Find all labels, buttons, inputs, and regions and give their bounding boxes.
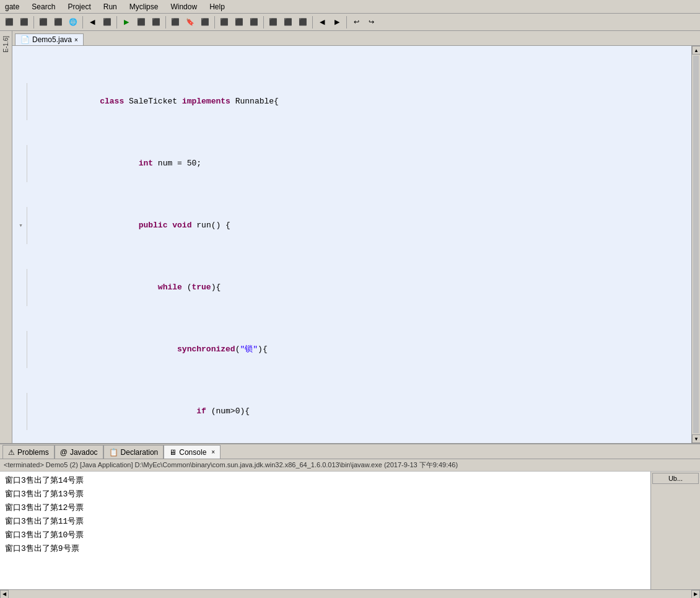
- tab-console-label: Console: [179, 448, 206, 457]
- menu-item-window[interactable]: Window: [168, 1, 199, 12]
- menu-item-help[interactable]: Help: [207, 1, 227, 12]
- tab-close-btn[interactable]: ×: [74, 37, 78, 43]
- tab-javadoc-label: Javadoc: [70, 448, 98, 457]
- toolbar-btn-8[interactable]: ⬛: [134, 15, 148, 29]
- tab-problems[interactable]: ⚠ Problems: [2, 445, 55, 459]
- bottom-panel: ⚠ Problems @ Javadoc 📋 Declaration 🖥 Con…: [0, 443, 700, 598]
- toolbar-btn-10[interactable]: ⬛: [168, 15, 182, 29]
- toolbar-sep-7: [312, 16, 313, 29]
- toolbar-sep-5: [214, 16, 215, 29]
- tab-declaration-icon: 📋: [109, 448, 118, 457]
- toolbar-sep-2: [82, 16, 83, 29]
- tab-console[interactable]: 🖥 Console ×: [164, 445, 221, 459]
- editor-tab-demo5[interactable]: 📄 Demo5.java ×: [15, 33, 84, 45]
- tab-bar: 📄 Demo5.java ×: [12, 31, 700, 46]
- gutter-2: [15, 145, 27, 182]
- tab-problems-label: Problems: [17, 448, 49, 457]
- gutter-1: [15, 83, 27, 120]
- console-line-2: 窗口3售出了第13号票: [5, 488, 645, 501]
- menu-item-gate[interactable]: gate: [2, 1, 22, 12]
- toolbar-btn-20[interactable]: ▶: [330, 15, 344, 29]
- code-line-2: int num = 50;: [15, 145, 691, 182]
- console-header: <terminated> Demo5 (2) [Java Application…: [0, 459, 700, 472]
- toolbar-btn-9[interactable]: ⬛: [149, 15, 163, 29]
- toolbar-btn-3[interactable]: ⬛: [37, 15, 50, 29]
- code-text-1: class SaleTicket implements Runnable{: [27, 83, 279, 120]
- tab-console-icon: 🖥: [169, 448, 177, 457]
- editor-area: E-1.6] 📄 Demo5.java × class: [0, 31, 700, 443]
- toolbar-btn-5[interactable]: 🌐: [66, 15, 80, 29]
- left-sidebar: E-1.6]: [0, 31, 12, 443]
- menu-item-myclipse[interactable]: Myclipse: [127, 1, 161, 12]
- tab-declaration[interactable]: 📋 Declaration: [103, 445, 164, 459]
- toolbar-btn-11[interactable]: 🔖: [183, 15, 197, 29]
- scroll-right-btn[interactable]: ▶: [691, 590, 700, 599]
- tab-javadoc-icon: @: [60, 448, 68, 457]
- toolbar-btn-12[interactable]: ⬛: [198, 15, 212, 29]
- code-line-5: synchronized("锁"){: [15, 331, 691, 368]
- toolbar-sep-6: [263, 16, 264, 29]
- toolbar-btn-21[interactable]: ↩: [349, 15, 363, 29]
- tab-console-close[interactable]: ×: [211, 449, 215, 455]
- code-line-1: class SaleTicket implements Runnable{: [15, 83, 691, 120]
- editor-scrollbar[interactable]: ▲ ▼: [691, 46, 700, 443]
- toolbar-btn-17[interactable]: ⬛: [281, 15, 295, 29]
- gutter-6: [15, 393, 27, 430]
- scroll-left-btn[interactable]: ◀: [0, 590, 9, 599]
- code-text-3: public void run() {: [27, 207, 230, 244]
- toolbar-btn-18[interactable]: ⬛: [296, 15, 310, 29]
- code-line-4: while (true){: [15, 269, 691, 306]
- toolbar-sep-8: [346, 16, 347, 29]
- console-line-5: 窗口3售出了第10号票: [5, 529, 645, 542]
- scroll-thumb[interactable]: [693, 56, 699, 433]
- toolbar-btn-16[interactable]: ⬛: [266, 15, 280, 29]
- toolbar-sep-1: [33, 16, 34, 29]
- menu-bar: gate Search Project Run Myclipse Window …: [0, 0, 700, 14]
- scroll-up-btn[interactable]: ▲: [692, 46, 700, 55]
- toolbar-btn-6[interactable]: ◀: [85, 15, 99, 29]
- menu-item-search[interactable]: Search: [29, 1, 58, 12]
- toolbar-btn-13[interactable]: ⬛: [217, 15, 231, 29]
- menu-item-run[interactable]: Run: [101, 1, 120, 12]
- h-scroll-track[interactable]: [9, 592, 691, 597]
- toolbar-sep-3: [116, 16, 117, 29]
- menu-item-project[interactable]: Project: [65, 1, 93, 12]
- tab-label: Demo5.java: [32, 35, 72, 44]
- bottom-scrollbar[interactable]: ◀ ▶: [0, 589, 700, 598]
- toolbar-btn-1[interactable]: ⬛: [2, 15, 16, 29]
- console-line-1: 窗口3售出了第14号票: [5, 474, 645, 488]
- code-content[interactable]: class SaleTicket implements Runnable{ in…: [12, 46, 691, 443]
- toolbar: ⬛ ⬛ ⬛ ⬛ 🌐 ◀ ⬛ ▶ ⬛ ⬛ ⬛ 🔖 ⬛ ⬛ ⬛ ⬛ ⬛ ⬛ ⬛ ◀ …: [0, 14, 700, 31]
- console-line-3: 窗口3售出了第12号票: [5, 501, 645, 515]
- toolbar-btn-19[interactable]: ◀: [315, 15, 329, 29]
- toolbar-btn-15[interactable]: ⬛: [247, 15, 261, 29]
- toolbar-btn-run[interactable]: ▶: [120, 15, 133, 29]
- code-text-2: int num = 50;: [27, 145, 201, 182]
- gutter-4: [15, 269, 27, 306]
- tab-declaration-label: Declaration: [121, 448, 159, 457]
- console-area: 窗口3售出了第14号票 窗口3售出了第13号票 窗口3售出了第12号票 窗口3售…: [0, 472, 700, 589]
- toolbar-btn-22[interactable]: ↪: [364, 15, 378, 29]
- gutter-3[interactable]: ▾: [15, 207, 27, 244]
- tab-javadoc[interactable]: @ Javadoc: [55, 445, 103, 459]
- console-output[interactable]: 窗口3售出了第14号票 窗口3售出了第13号票 窗口3售出了第12号票 窗口3售…: [0, 472, 650, 589]
- code-line-6: if (num>0){: [15, 393, 691, 430]
- console-line-4: 窗口3售出了第11号票: [5, 515, 645, 529]
- gutter-5: [15, 331, 27, 368]
- editor-wrapper: class SaleTicket implements Runnable{ in…: [12, 46, 700, 443]
- toolbar-btn-4[interactable]: ⬛: [51, 15, 65, 29]
- console-line-6: 窗口3售出了第9号票: [5, 542, 645, 556]
- tab-problems-icon: ⚠: [8, 448, 15, 457]
- toolbar-sep-4: [165, 16, 166, 29]
- toolbar-btn-7[interactable]: ⬛: [100, 15, 114, 29]
- console-header-text: <terminated> Demo5 (2) [Java Application…: [4, 461, 458, 468]
- main-container: E-1.6] 📄 Demo5.java × class: [0, 31, 700, 598]
- sidebar-label: E-1.6]: [2, 33, 9, 55]
- code-text-4: while (true){: [27, 269, 221, 306]
- toolbar-btn-14[interactable]: ⬛: [232, 15, 246, 29]
- scroll-down-btn[interactable]: ▼: [692, 434, 700, 443]
- code-text-5: synchronized("锁"){: [27, 331, 268, 368]
- toolbar-btn-2[interactable]: ⬛: [17, 15, 31, 29]
- console-right-btn[interactable]: Ub...: [652, 473, 699, 484]
- editor-main: 📄 Demo5.java × class SaleTicket implemen…: [12, 31, 700, 443]
